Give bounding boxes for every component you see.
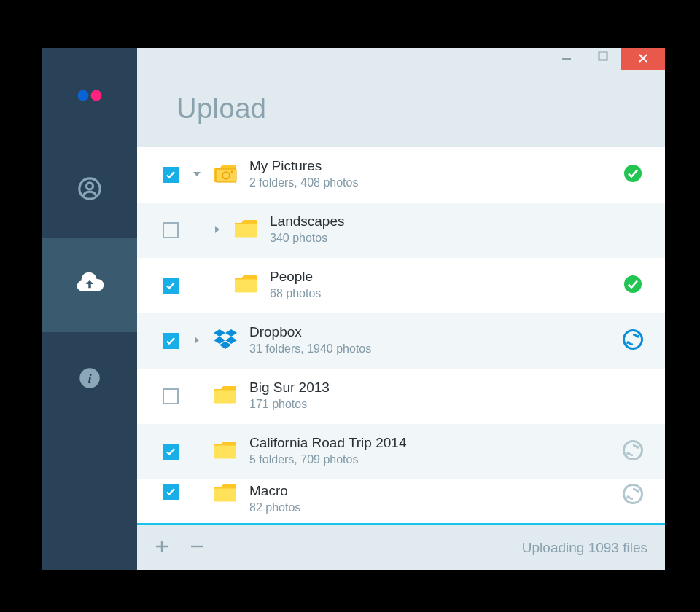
checkbox[interactable] <box>163 278 179 294</box>
expand-toggle[interactable] <box>207 224 228 237</box>
folder-icon <box>214 484 237 506</box>
maximize-button[interactable] <box>585 48 621 67</box>
folder-title: Macro <box>249 484 618 499</box>
svg-rect-19 <box>214 489 236 502</box>
svg-point-15 <box>624 331 642 349</box>
expand-toggle[interactable] <box>187 168 207 181</box>
svg-rect-16 <box>214 391 236 404</box>
sidebar-item-profile[interactable] <box>42 143 137 238</box>
cloud-upload-icon <box>74 268 105 302</box>
upload-status: Uploading 1093 files <box>522 540 648 556</box>
folder-row[interactable]: Macro 82 photos <box>137 479 665 520</box>
folder-row[interactable]: California Road Trip 2014 5 folders, 709… <box>137 424 665 479</box>
folder-row[interactable]: My Pictures 2 folders, 408 photos <box>137 147 665 203</box>
folder-title: Big Sur 2013 <box>249 380 618 396</box>
folder-subtitle: 2 folders, 408 photos <box>249 176 618 191</box>
sidebar-item-upload[interactable] <box>42 238 137 332</box>
folder-row[interactable]: Dropbox 31 folders, 1940 photos <box>137 313 665 369</box>
app-window: i Uplo <box>42 48 665 570</box>
close-button[interactable] <box>621 48 665 70</box>
add-button[interactable] <box>155 539 169 557</box>
window-controls <box>137 48 665 70</box>
maximize-icon <box>598 51 608 64</box>
sync-icon <box>623 329 643 353</box>
page-header: Upload <box>137 70 665 147</box>
folder-subtitle: 31 folders, 1940 photos <box>249 342 618 357</box>
checkbox[interactable] <box>163 484 179 500</box>
chevron-right-icon <box>192 334 201 348</box>
folder-list: My Pictures 2 folders, 408 photos <box>137 147 665 523</box>
svg-point-18 <box>624 442 642 460</box>
folder-title: People <box>270 270 618 285</box>
folder-title: Dropbox <box>249 325 618 340</box>
svg-rect-8 <box>216 169 236 182</box>
svg-rect-17 <box>214 446 236 459</box>
folder-row[interactable]: Landscapes 340 photos <box>137 203 665 258</box>
svg-rect-7 <box>599 52 607 60</box>
svg-point-11 <box>624 165 642 182</box>
svg-point-20 <box>624 485 642 503</box>
folder-subtitle: 171 photos <box>249 397 618 412</box>
svg-rect-12 <box>235 224 257 238</box>
chevron-right-icon <box>213 224 222 237</box>
folder-title: Landscapes <box>270 214 618 230</box>
sync-icon <box>623 440 643 463</box>
camera-folder-icon <box>213 163 238 187</box>
svg-point-0 <box>78 90 89 101</box>
info-icon: i <box>79 367 101 392</box>
svg-point-10 <box>231 171 233 173</box>
chevron-down-icon <box>192 168 201 181</box>
folder-subtitle: 340 photos <box>270 231 618 246</box>
checkbox[interactable] <box>163 222 179 238</box>
svg-point-14 <box>624 275 642 293</box>
folder-row[interactable]: People 68 photos <box>137 258 665 313</box>
checkbox[interactable] <box>163 333 179 349</box>
page-title: Upload <box>176 93 266 125</box>
checkbox[interactable] <box>163 444 179 460</box>
svg-point-1 <box>91 90 102 101</box>
app-logo <box>77 48 103 143</box>
footer: Uploading 1093 files <box>137 523 665 570</box>
check-circle-icon <box>623 164 642 186</box>
folder-icon <box>214 441 237 463</box>
dropbox-icon <box>213 329 238 353</box>
profile-icon <box>77 176 102 204</box>
folder-subtitle: 5 folders, 709 photos <box>249 452 618 468</box>
folder-row[interactable]: Big Sur 2013 171 photos <box>137 369 665 424</box>
minimize-icon <box>561 51 572 64</box>
svg-point-3 <box>86 183 93 189</box>
checkbox[interactable] <box>163 388 179 404</box>
sidebar-item-info[interactable]: i <box>42 332 137 427</box>
svg-rect-13 <box>235 280 257 293</box>
folder-title: My Pictures <box>249 159 618 174</box>
expand-toggle[interactable] <box>187 334 207 348</box>
sidebar-nav: i <box>42 143 137 427</box>
sync-icon <box>623 484 643 507</box>
minus-icon <box>190 544 204 556</box>
minimize-button[interactable] <box>548 48 585 67</box>
close-icon <box>638 52 648 67</box>
folder-subtitle: 82 photos <box>249 501 618 516</box>
folder-subtitle: 68 photos <box>270 286 618 302</box>
check-circle-icon <box>623 275 642 297</box>
plus-icon <box>155 544 169 556</box>
sidebar: i <box>42 48 137 570</box>
folder-icon <box>234 275 257 297</box>
remove-button[interactable] <box>190 539 204 557</box>
svg-rect-6 <box>562 58 571 60</box>
folder-icon <box>214 385 237 407</box>
folder-title: California Road Trip 2014 <box>249 436 618 451</box>
svg-text:i: i <box>88 371 92 386</box>
folder-icon <box>234 219 257 241</box>
checkbox[interactable] <box>163 167 179 183</box>
main-panel: Upload <box>137 48 665 570</box>
